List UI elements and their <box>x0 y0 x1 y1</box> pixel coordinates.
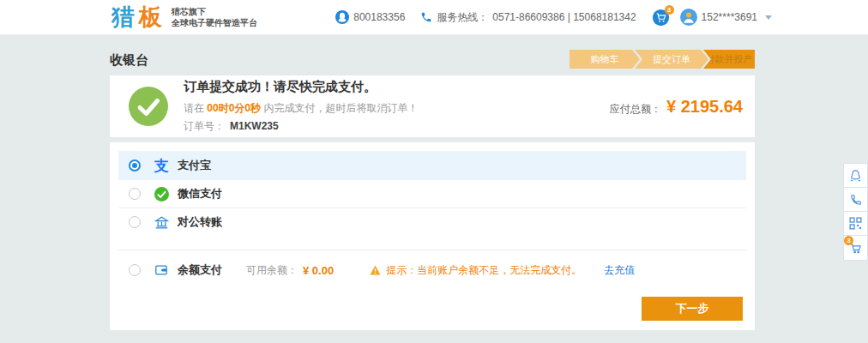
wallet-icon <box>153 263 170 277</box>
hotline-label: 服务热线： <box>437 10 488 25</box>
toolbar-qrcode-button[interactable] <box>844 212 867 236</box>
payable-total: 应付总额： ¥ 2195.64 <box>610 97 743 117</box>
toolbar-cart-button[interactable]: 3 <box>844 236 867 260</box>
alipay-icon: 支 <box>153 159 170 173</box>
step-cart[interactable]: 购物车 <box>570 50 640 69</box>
user-phone: 152****3691 <box>702 11 757 23</box>
logo-text-blue: 猎 <box>112 4 139 30</box>
payment-option-wechat[interactable]: 微信支付 <box>118 180 746 208</box>
recharge-link[interactable]: 去充值 <box>604 263 635 278</box>
qq-number: 800183356 <box>353 11 405 23</box>
site-logo[interactable]: 猎板 猎芯旗下 全球电子硬件智造平台 <box>112 6 257 29</box>
wechat-radio[interactable] <box>129 188 141 200</box>
logo-text-orange: 板 <box>139 4 166 30</box>
balance-radio[interactable] <box>129 264 141 276</box>
deadline-line: 请在 00时0分0秒 内完成支付，超时后将取消订单！ <box>184 101 418 116</box>
divider <box>118 250 746 250</box>
bank-icon <box>153 215 170 230</box>
qq-outline-icon <box>849 169 862 183</box>
qrcode-icon <box>849 217 862 230</box>
phone-outline-icon <box>850 194 862 206</box>
phone-icon <box>420 11 432 23</box>
step-submit-order[interactable]: 提交订单 <box>635 50 708 69</box>
order-number-value: M1KW235 <box>230 120 279 132</box>
next-step-button[interactable]: 下一步 <box>642 297 743 321</box>
warning-text: 提示：当前账户余额不足，无法完成支付。 <box>386 263 582 278</box>
toolbar-cart-badge: 3 <box>844 236 853 245</box>
checkout-steps: 购物车 提交订单 付款并投产 <box>570 50 755 69</box>
balance-warning: 提示：当前账户余额不足，无法完成支付。 <box>370 263 582 278</box>
avatar <box>680 9 697 26</box>
floating-toolbar: 3 <box>843 163 868 261</box>
wechat-label: 微信支付 <box>178 186 222 202</box>
warning-icon <box>370 265 381 275</box>
order-success-panel: 订单提交成功！请尽快完成支付。 请在 00时0分0秒 内完成支付，超时后将取消订… <box>110 75 755 137</box>
toolbar-phone-button[interactable] <box>844 188 867 212</box>
bank-transfer-radio[interactable] <box>129 216 141 228</box>
countdown-timer: 00时0分0秒 <box>207 102 261 114</box>
hotline-numbers: 0571-86609386 | 15068181342 <box>492 11 636 23</box>
hotline: 服务热线： 0571-86609386 | 15068181342 <box>420 10 636 25</box>
bank-transfer-label: 对公转账 <box>178 214 222 230</box>
page-title: 收银台 <box>110 52 148 69</box>
success-check-icon <box>129 87 168 126</box>
tagline-line2: 全球电子硬件智造平台 <box>172 17 257 28</box>
success-title: 订单提交成功！请尽快完成支付。 <box>184 79 418 95</box>
payment-option-balance[interactable]: 余额支付 可用余额： ¥ 0.00 提示：当前账户余额不足，无法完成支付。 去充… <box>118 257 746 283</box>
order-number-label: 订单号： <box>184 120 225 132</box>
available-balance-label: 可用余额： <box>246 263 298 278</box>
alipay-label: 支付宝 <box>178 158 211 173</box>
deadline-prefix: 请在 <box>184 102 207 114</box>
payment-option-bank-transfer[interactable]: 对公转账 <box>118 208 746 236</box>
top-header: 猎板 猎芯旗下 全球电子硬件智造平台 800183356 服务热线： 0571-… <box>0 0 868 35</box>
qq-icon <box>335 10 349 24</box>
cart-badge: 3 <box>665 5 674 15</box>
chevron-down-icon <box>765 15 772 20</box>
user-menu[interactable]: 152****3691 <box>680 9 772 26</box>
payable-amount: ¥ 2195.64 <box>666 97 743 117</box>
available-balance-amount: ¥ 0.00 <box>303 264 334 277</box>
qq-contact[interactable]: 800183356 <box>335 10 405 24</box>
logo-tagline: 猎芯旗下 全球电子硬件智造平台 <box>172 6 257 28</box>
payment-methods-panel: 猎 板 支 支付宝 微信支付 对公转账 <box>110 142 755 330</box>
balance-label: 余额支付 <box>178 262 222 278</box>
wechat-pay-icon <box>153 187 170 202</box>
deadline-suffix: 内完成支付，超时后将取消订单！ <box>261 102 418 114</box>
alipay-radio[interactable] <box>129 159 141 172</box>
header-cart-button[interactable]: 3 <box>652 9 670 27</box>
order-number-line: 订单号：M1KW235 <box>184 119 418 134</box>
payable-label: 应付总额： <box>610 102 661 117</box>
tagline-line1: 猎芯旗下 <box>172 6 257 17</box>
payment-option-alipay[interactable]: 支 支付宝 <box>118 151 746 180</box>
toolbar-qq-button[interactable] <box>844 164 867 188</box>
step-pay-produce: 付款并投产 <box>703 50 755 69</box>
